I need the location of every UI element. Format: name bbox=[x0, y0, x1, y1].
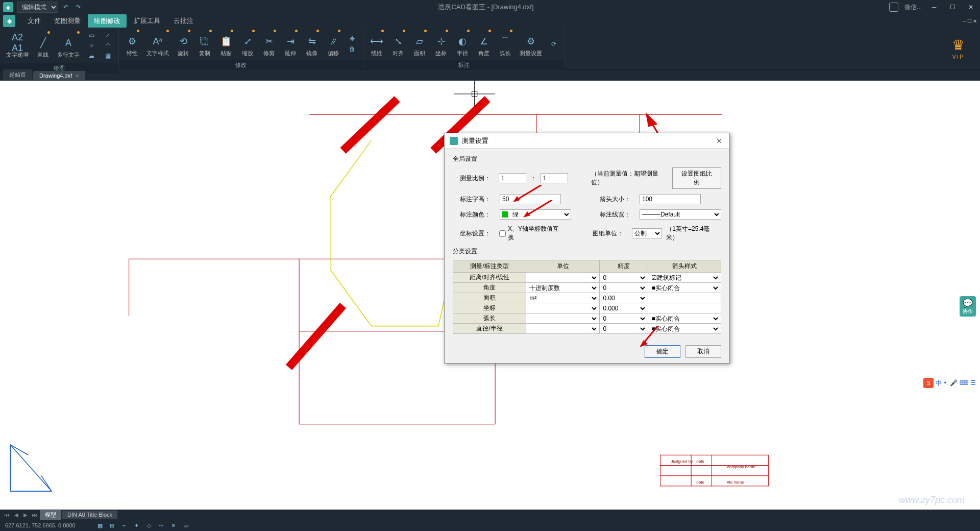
circle-icon[interactable]: ○ bbox=[86, 41, 97, 50]
arrow-style-select[interactable]: ■实心闭合 bbox=[649, 325, 720, 333]
redo-icon[interactable]: ↷ bbox=[76, 4, 83, 11]
arc-icon[interactable]: ◠ bbox=[102, 41, 113, 50]
move-icon[interactable]: ✥ bbox=[347, 34, 358, 43]
snap-toggle[interactable]: ⊞ bbox=[108, 521, 116, 529]
minimize-button[interactable]: ─ bbox=[928, 2, 940, 12]
otrack-toggle[interactable]: ⊹ bbox=[157, 521, 165, 529]
polyline-icon[interactable]: ⟋ bbox=[102, 31, 113, 40]
grid-toggle[interactable]: ▦ bbox=[96, 521, 104, 529]
cloud-icon[interactable]: ☁ bbox=[86, 51, 97, 60]
line-button[interactable]: ╱直线 bbox=[33, 30, 53, 61]
rect-icon[interactable]: ▭ bbox=[86, 31, 97, 40]
linear-dim-button[interactable]: ⟷线性 bbox=[366, 29, 387, 59]
extend-button[interactable]: ⇥延伸 bbox=[280, 29, 301, 59]
first-layout-icon[interactable]: ⏮ bbox=[3, 511, 11, 519]
text-increment-button[interactable]: A2A1文字递增 bbox=[3, 30, 32, 61]
next-layout-icon[interactable]: ▶ bbox=[21, 511, 30, 519]
layout-tab[interactable]: DIN A0 Title Block bbox=[62, 511, 117, 519]
radius-button[interactable]: ◐半径 bbox=[452, 29, 473, 59]
unit-select[interactable] bbox=[527, 325, 598, 333]
ime-menu-icon[interactable]: ☰ bbox=[970, 379, 976, 387]
app-menu-icon[interactable]: ◆ bbox=[3, 15, 15, 27]
precision-select[interactable]: 0.000 bbox=[601, 304, 647, 312]
precision-select[interactable]: 0 bbox=[601, 274, 647, 282]
area-button[interactable]: ▱面积 bbox=[409, 29, 430, 59]
dialog-close-button[interactable]: ✕ bbox=[714, 136, 724, 146]
wechat-button[interactable]: 微信... bbox=[904, 3, 922, 12]
dialog-titlebar[interactable]: 测量设置 ✕ bbox=[445, 133, 729, 149]
close-button[interactable]: ✕ bbox=[965, 2, 977, 12]
maximize-button[interactable]: ☐ bbox=[946, 2, 959, 12]
paste-button[interactable]: 📋粘贴 bbox=[216, 29, 236, 59]
tab-start[interactable]: 起始页 bbox=[3, 69, 32, 80]
color-select[interactable]: 绿 bbox=[500, 209, 571, 220]
delete-icon[interactable]: 🗑 bbox=[347, 44, 358, 54]
coord-button[interactable]: ⊹坐标 bbox=[431, 29, 451, 59]
model-tab[interactable]: 模型 bbox=[40, 510, 61, 520]
lwt-toggle[interactable]: ≡ bbox=[169, 521, 178, 529]
user-icon[interactable] bbox=[889, 3, 898, 12]
menu-file[interactable]: 文件 bbox=[21, 14, 47, 28]
unit-select[interactable] bbox=[527, 315, 598, 323]
paper-unit-select[interactable]: 公制 bbox=[632, 228, 662, 238]
measure-settings-button[interactable]: ⚙测量设置 bbox=[517, 29, 545, 59]
unit-select[interactable] bbox=[527, 304, 598, 312]
vip-badge[interactable]: ♛ VIP bbox=[937, 28, 980, 69]
ortho-toggle[interactable]: ⌐ bbox=[120, 521, 129, 529]
scale-button[interactable]: ⤢缩放 bbox=[237, 29, 258, 59]
menu-view-measure[interactable]: 览图测量 bbox=[48, 14, 87, 28]
polar-toggle[interactable]: ✦ bbox=[133, 521, 141, 529]
precision-select[interactable]: 0.00 bbox=[601, 294, 647, 302]
aligned-dim-button[interactable]: ⤡对齐 bbox=[388, 29, 408, 59]
arrow-style-select[interactable]: ■实心闭合 bbox=[649, 315, 720, 323]
precision-select[interactable]: 0 bbox=[601, 315, 647, 323]
osnap-toggle[interactable]: ◇ bbox=[145, 521, 153, 529]
ribbon-close-icon[interactable]: ✕ bbox=[973, 18, 977, 24]
last-layout-icon[interactable]: ⏭ bbox=[31, 511, 39, 519]
copy-button[interactable]: ⿻复制 bbox=[194, 29, 215, 59]
offset-button[interactable]: ⫽偏移 bbox=[323, 29, 344, 59]
ratio-input-2[interactable] bbox=[541, 173, 568, 183]
ime-logo-icon[interactable]: S bbox=[923, 378, 934, 388]
collaborate-button[interactable]: 💬 协作 bbox=[960, 296, 976, 317]
tab-close-icon[interactable]: ✕ bbox=[75, 73, 79, 79]
text-style-button[interactable]: Aᵃ文字样式 bbox=[143, 29, 172, 59]
arrow-style-select[interactable]: ☑建筑标记 bbox=[649, 274, 720, 282]
ime-punct-icon[interactable]: •, bbox=[944, 379, 948, 387]
xy-swap-checkbox[interactable]: X、Y轴坐标数值互换 bbox=[499, 225, 564, 242]
text-height-input[interactable] bbox=[500, 194, 561, 204]
lineweight-select[interactable]: ———Default bbox=[640, 209, 721, 220]
menu-cloud-annotate[interactable]: 云批注 bbox=[167, 14, 200, 28]
unit-select[interactable] bbox=[527, 274, 598, 282]
tab-drawing4[interactable]: Drawing4.dxf✕ bbox=[33, 71, 85, 80]
mode-select[interactable]: 编辑模式 bbox=[17, 2, 58, 13]
mirror-button[interactable]: ⇋镜像 bbox=[302, 29, 322, 59]
arc-length-button[interactable]: ⌒弧长 bbox=[495, 29, 516, 59]
precision-select[interactable]: 0 bbox=[601, 284, 647, 292]
undo-icon[interactable]: ↶ bbox=[63, 4, 70, 11]
rotate-button[interactable]: ⟲旋转 bbox=[173, 29, 193, 59]
ribbon-restore-icon[interactable]: ☐ bbox=[967, 18, 972, 24]
unit-select[interactable]: m² bbox=[527, 294, 598, 302]
set-paper-ratio-button[interactable]: 设置图纸比例 bbox=[672, 167, 721, 189]
mtext-button[interactable]: A多行文字 bbox=[54, 30, 83, 61]
dyn-toggle[interactable]: ▭ bbox=[182, 521, 190, 529]
angle-button[interactable]: ∠角度 bbox=[474, 29, 494, 59]
unit-select[interactable]: 十进制度数 bbox=[527, 284, 598, 292]
menu-extend-tools[interactable]: 扩展工具 bbox=[128, 14, 166, 28]
menu-draw-modify[interactable]: 绘图修改 bbox=[88, 14, 127, 28]
properties-button[interactable]: ⚙特性 bbox=[122, 29, 142, 59]
trim-button[interactable]: ✂修剪 bbox=[259, 29, 279, 59]
arrow-style-select[interactable]: ■实心闭合 bbox=[649, 284, 720, 292]
ime-lang[interactable]: 中 bbox=[936, 379, 942, 388]
cancel-button[interactable]: 取消 bbox=[685, 345, 721, 358]
precision-select[interactable]: 0 bbox=[601, 325, 647, 333]
prev-layout-icon[interactable]: ◀ bbox=[12, 511, 20, 519]
ime-voice-icon[interactable]: 🎤 bbox=[950, 379, 958, 387]
ime-keyboard-icon[interactable]: ⌨ bbox=[960, 379, 968, 387]
refresh-icon[interactable]: ⟳ bbox=[548, 39, 559, 49]
hatch-icon[interactable]: ▦ bbox=[102, 51, 113, 60]
arrow-size-input[interactable] bbox=[640, 194, 701, 204]
ribbon-minimize-icon[interactable]: ─ bbox=[963, 18, 966, 24]
ok-button[interactable]: 确定 bbox=[645, 345, 680, 358]
